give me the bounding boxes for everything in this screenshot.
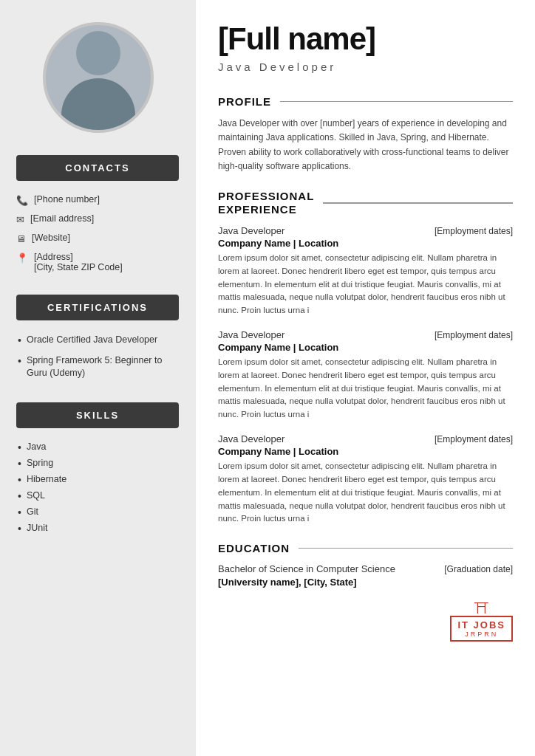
experience-divider (323, 202, 513, 204)
contacts-section: CONTACTS 📞 [Phone number] ✉ [Email addre… (0, 155, 196, 295)
skill-java: Java (16, 441, 180, 452)
edu-item: Bachelor of Science in Computer Science … (218, 563, 513, 574)
gate-icon: ⛩ (450, 601, 513, 616)
resume-container: CONTACTS 📞 [Phone number] ✉ [Email addre… (0, 0, 535, 756)
exp-dates-2: [Employment dates] (435, 330, 513, 340)
skills-header: SKILLS (16, 402, 179, 428)
skill-hibernate: Hibernate (16, 474, 180, 484)
logo-area: ⛩ IT JOBS JRPRN (218, 601, 513, 642)
exp-desc-2: Lorem ipsum dolor sit amet, consectetur … (218, 356, 513, 422)
exp-item-1: Java Developer [Employment dates] Compan… (218, 225, 513, 317)
logo-box: IT JOBS JRPRN (450, 616, 513, 642)
job-title: Java Developer (218, 61, 513, 73)
skill-spring: Spring (16, 458, 180, 468)
cert-item-2: Spring Framework 5: Beginner to Guru (Ud… (16, 354, 180, 380)
skills-section: SKILLS Java Spring Hibernate SQL Git JUn… (0, 402, 196, 554)
contacts-header: CONTACTS (16, 155, 179, 181)
profile-heading: PROFILE (218, 95, 271, 108)
logo-sub: JRPRN (457, 630, 505, 638)
full-name: [Full name] (218, 22, 513, 56)
exp-role-2: Java Developer (218, 329, 284, 340)
exp-item-3: Java Developer [Employment dates] Compan… (218, 433, 513, 526)
skill-git: Git (16, 506, 180, 517)
exp-item-2: Java Developer [Employment dates] Compan… (218, 329, 513, 422)
exp-dates-3: [Employment dates] (435, 434, 513, 444)
education-divider (299, 548, 513, 549)
exp-desc-1: Lorem ipsum dolor sit amet, consectetur … (218, 252, 513, 317)
education-heading: EDUCATION (218, 542, 290, 554)
profile-divider (280, 101, 513, 103)
certifications-header: CERTIFICATIONS (16, 295, 179, 320)
location-icon: 📍 (16, 252, 28, 264)
email-icon: ✉ (16, 214, 24, 225)
profile-heading-row: PROFILE (218, 95, 513, 108)
profile-text: Java Developer with over [number] years … (218, 117, 513, 173)
exp-company-2: Company Name | Location (218, 342, 513, 353)
skill-junit: JUnit (16, 523, 180, 533)
exp-header-2: Java Developer [Employment dates] (218, 329, 513, 340)
address-item: 📍 [Address] [City, State ZIP Code] (16, 252, 180, 272)
it-jobs-logo: ⛩ IT JOBS JRPRN (450, 601, 513, 642)
exp-role-1: Java Developer (218, 225, 284, 236)
phone-icon: 📞 (16, 195, 28, 206)
edu-date: [Graduation date] (444, 564, 513, 574)
photo-head-shape (76, 31, 120, 75)
main-content: [Full name] Java Developer PROFILE Java … (196, 0, 535, 756)
name-title-block: [Full name] Java Developer (218, 22, 513, 73)
exp-company-3: Company Name | Location (218, 446, 513, 457)
exp-header-3: Java Developer [Employment dates] (218, 433, 513, 444)
experience-heading: PROFESSIONALEXPERIENCE (218, 190, 314, 216)
logo-it: IT JOBS (457, 619, 505, 630)
skill-sql: SQL (16, 490, 180, 501)
profile-photo (43, 22, 154, 133)
exp-role-3: Java Developer (218, 433, 284, 444)
exp-dates-1: [Employment dates] (435, 226, 513, 236)
exp-desc-3: Lorem ipsum dolor sit amet, consectetur … (218, 460, 513, 526)
certifications-section: CERTIFICATIONS Oracle Certified Java Dev… (0, 295, 196, 402)
photo-body-shape (61, 78, 135, 130)
edu-degree: Bachelor of Science in Computer Science (218, 563, 395, 574)
website-icon: 🖥 (16, 233, 26, 244)
phone-item: 📞 [Phone number] (16, 194, 180, 206)
cert-item-1: Oracle Certified Java Developer (16, 334, 180, 347)
education-heading-row: EDUCATION (218, 542, 513, 554)
website-item: 🖥 [Website] (16, 233, 180, 244)
experience-heading-row: PROFESSIONALEXPERIENCE (218, 190, 513, 216)
exp-header-1: Java Developer [Employment dates] (218, 225, 513, 236)
email-item: ✉ [Email address] (16, 213, 180, 225)
edu-school: [University name], [City, State] (218, 577, 513, 588)
sidebar: CONTACTS 📞 [Phone number] ✉ [Email addre… (0, 0, 196, 756)
exp-company-1: Company Name | Location (218, 238, 513, 249)
